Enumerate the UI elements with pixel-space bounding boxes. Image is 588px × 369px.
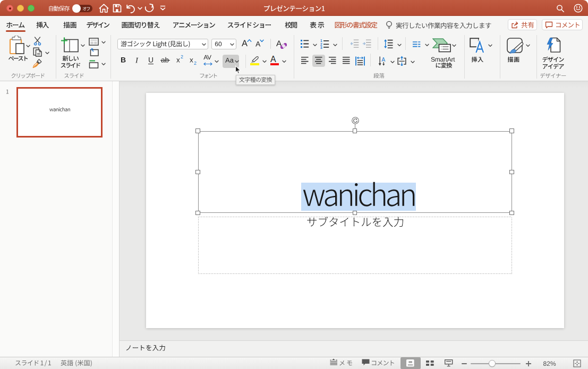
svg-text:A: A <box>381 56 385 62</box>
svg-text:3: 3 <box>320 46 322 49</box>
